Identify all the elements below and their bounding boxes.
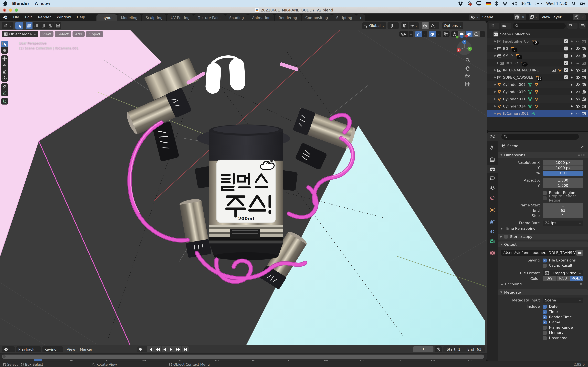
- hide-eye-icon[interactable]: [576, 61, 580, 65]
- spotlight-icon[interactable]: [571, 1, 576, 6]
- tool-rotate[interactable]: [1, 62, 8, 68]
- render-enabled-icon[interactable]: [582, 54, 586, 58]
- exclude-checkbox[interactable]: ✓: [564, 39, 568, 43]
- selectable-icon[interactable]: [570, 61, 574, 65]
- tool-cursor[interactable]: [1, 47, 8, 54]
- file-format-dropdown[interactable]: FFmpeg Video⌄: [543, 270, 583, 275]
- proportional-falloff-dropdown[interactable]: ⌄: [429, 22, 439, 29]
- tab-texture-paint[interactable]: Texture Paint: [194, 14, 225, 21]
- select-mode-tweak[interactable]: [26, 22, 32, 29]
- browse-folder-button[interactable]: [576, 250, 583, 256]
- timeline-ruler[interactable]: 1020 3040 5060 7080 90100 110120 130: [0, 354, 487, 361]
- tool-annotate[interactable]: [1, 83, 8, 90]
- breadcrumb-scene[interactable]: Scene: [507, 144, 518, 148]
- output-panel-header[interactable]: ▼Output∷∷: [498, 242, 588, 247]
- menu-render[interactable]: Render: [35, 13, 54, 21]
- add-workspace-button[interactable]: +: [356, 14, 365, 21]
- airplay-icon[interactable]: [476, 1, 481, 6]
- disclosure-icon[interactable]: ▶: [493, 83, 497, 86]
- frame-end-field[interactable]: 63: [543, 208, 583, 213]
- timeline-editor-type-button[interactable]: ⌄: [2, 346, 15, 352]
- exclude-checkbox[interactable]: ✓: [564, 75, 568, 79]
- render-enabled-icon[interactable]: [582, 90, 586, 94]
- outliner-row-internal-machine[interactable]: ▶ INTERNAL MACHINE ✓: [487, 67, 588, 74]
- keyboard-layout-flag-icon[interactable]: [486, 2, 491, 5]
- exclude-checkbox[interactable]: ✓: [564, 54, 568, 58]
- disclosure-icon[interactable]: ▶: [493, 40, 497, 43]
- menubar-window-menu[interactable]: Window: [35, 1, 50, 6]
- select-mode-lasso[interactable]: [47, 22, 54, 29]
- grid-toggle-icon[interactable]: [465, 82, 470, 86]
- outliner-row-smily[interactable]: ▶ SMILY 5 ✓: [487, 52, 588, 59]
- aspect-y-field[interactable]: 1.000: [543, 183, 583, 188]
- end-frame-field[interactable]: End63: [464, 346, 485, 352]
- blender-logo-icon[interactable]: [3, 15, 8, 20]
- metadata-panel-header[interactable]: ▼Metadata∷∷: [498, 289, 588, 295]
- render-enabled-icon[interactable]: [582, 68, 586, 72]
- tab-shading[interactable]: Shading: [225, 14, 248, 21]
- tab-world[interactable]: [487, 193, 498, 202]
- selectable-icon[interactable]: [570, 75, 574, 79]
- visibility-eye-icon[interactable]: [576, 104, 580, 108]
- menu-window[interactable]: Window: [54, 13, 74, 21]
- transform-orientation-dropdown[interactable]: Global⌄: [362, 22, 386, 29]
- stereoscopy-checkbox[interactable]: [504, 235, 508, 239]
- metadata-frame-checkbox[interactable]: [543, 320, 547, 324]
- current-frame-field[interactable]: 1: [413, 346, 433, 352]
- camera-view-icon[interactable]: [465, 74, 470, 78]
- tab-physics[interactable]: [487, 217, 498, 226]
- next-keyframe-button[interactable]: [174, 346, 182, 352]
- show-object-types-dropdown[interactable]: ⌄: [408, 31, 413, 37]
- disclosure-icon[interactable]: ▶: [493, 98, 497, 100]
- output-path-field[interactable]: /Users/stefanoalbuquer...DDLE_TRANSPAREN…: [501, 250, 576, 256]
- overlays-dropdown[interactable]: ⌄: [436, 31, 441, 37]
- tool-select-box[interactable]: [1, 41, 8, 47]
- exclude-checkbox[interactable]: ✓: [564, 61, 568, 65]
- time-remapping-panel[interactable]: ▶Time Remapping: [498, 225, 588, 232]
- dimensions-panel-header[interactable]: ▼Dimensions∷≡ ∷∷: [498, 152, 588, 158]
- start-frame-field[interactable]: Start1: [443, 346, 464, 352]
- select-mode-box[interactable]: [33, 22, 40, 29]
- gizmo-dropdown[interactable]: ⌄: [422, 31, 427, 37]
- tab-modeling[interactable]: Modeling: [117, 14, 141, 21]
- window-titlebar[interactable]: 20210601_MIGRANE_BUDDY_V2.blend: [0, 7, 588, 14]
- show-object-types-button[interactable]: [399, 31, 408, 37]
- file-extensions-checkbox[interactable]: [543, 258, 547, 262]
- dropbox-icon[interactable]: [458, 1, 463, 6]
- hide-eye-icon[interactable]: [576, 111, 580, 116]
- color-bw-button[interactable]: BW: [543, 276, 556, 281]
- timeline-marker-menu[interactable]: Marker: [78, 347, 95, 351]
- render-enabled-icon[interactable]: [582, 75, 586, 79]
- frame-step-field[interactable]: 1: [543, 213, 583, 218]
- render-region-checkbox[interactable]: [543, 191, 547, 195]
- volume-icon[interactable]: [512, 1, 517, 5]
- selectable-icon[interactable]: [570, 47, 574, 50]
- viewport-menu-select[interactable]: Select: [55, 31, 71, 37]
- editor-type-button[interactable]: ⌄: [2, 22, 13, 29]
- select-mode-paint[interactable]: [54, 22, 61, 29]
- tab-uv-editing[interactable]: UV Editing: [167, 14, 193, 21]
- tab-view-layer[interactable]: [487, 174, 498, 183]
- play-button[interactable]: [168, 346, 174, 352]
- properties-search-input[interactable]: [501, 133, 579, 139]
- selectable-icon[interactable]: [570, 54, 574, 58]
- metadata-memory-checkbox[interactable]: [543, 331, 547, 335]
- recording-status-icon[interactable]: [467, 1, 472, 6]
- prev-keyframe-button[interactable]: [154, 346, 161, 352]
- tool-measure[interactable]: [1, 90, 8, 96]
- tab-object-data[interactable]: [487, 237, 498, 245]
- copy-view-layer-button[interactable]: [573, 14, 579, 20]
- remove-view-layer-button[interactable]: ✕: [579, 14, 586, 20]
- view-layer-name[interactable]: View Layer: [539, 14, 573, 20]
- bluetooth-icon[interactable]: [495, 1, 498, 6]
- tab-animation[interactable]: Animation: [248, 14, 275, 21]
- keying-menu[interactable]: Keying⌄: [42, 346, 63, 352]
- timeline-scrollbar[interactable]: [2, 355, 484, 359]
- resolution-percent-slider[interactable]: 100%: [543, 171, 583, 176]
- stereoscopy-panel-header[interactable]: ▶Stereoscopy∷∷: [498, 234, 588, 240]
- tab-rendering[interactable]: Rendering: [275, 14, 301, 21]
- disclosure-icon[interactable]: ▶: [493, 54, 497, 57]
- select-mode-circle[interactable]: [40, 22, 47, 29]
- aspect-x-field[interactable]: 1.000: [543, 178, 583, 183]
- tool-transform[interactable]: [1, 75, 8, 82]
